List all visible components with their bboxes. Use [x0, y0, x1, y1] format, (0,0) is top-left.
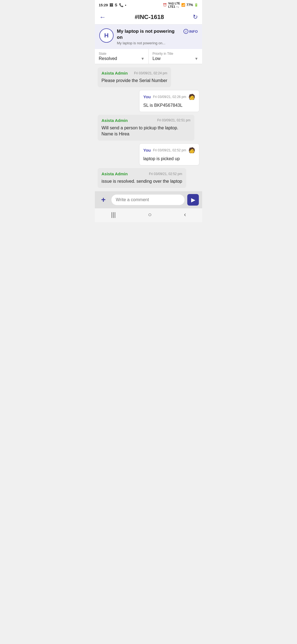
- battery-label: 77%: [186, 3, 193, 7]
- msg-time: Fri 03/09/21, 02:51 pm: [157, 118, 191, 122]
- msg-time: Fri 03/09/21, 02:52 pm: [153, 148, 186, 152]
- back-button[interactable]: ←: [99, 13, 106, 21]
- admin-sender-name: Asista Admin: [101, 71, 128, 75]
- admin-sender-name: Asista Admin: [101, 118, 128, 123]
- msg-time: Fri 03/09/21, 02:52 pm: [149, 172, 182, 176]
- battery-icon: 🔋: [194, 3, 198, 7]
- lte-icon: Vo)) LTELTE1 ↑↓: [168, 2, 180, 8]
- status-image-icon: 🖼: [109, 3, 113, 7]
- fields-row: State Resolved ▼ Priority in Title Low ▼: [95, 49, 202, 64]
- state-dropdown-icon: ▼: [141, 56, 145, 61]
- message-bubble: YouFri 03/09/21, 02:26 pm🧑SL is BKP45678…: [139, 90, 199, 112]
- send-button[interactable]: ▶: [187, 194, 199, 206]
- msg-body: issue is resolved. sending over the lapt…: [101, 178, 182, 184]
- status-bar: 15:29 🖼 S 📞 • ⏰ Vo)) LTELTE1 ↑↓ 📶 77% 🔋: [95, 0, 202, 10]
- status-dot: •: [125, 3, 127, 7]
- message-bubble: Asista AdminFri 03/09/21, 02:52 pmissue …: [98, 168, 186, 188]
- msg-header: Asista AdminFri 03/09/21, 02:52 pm: [101, 171, 182, 176]
- status-s-icon: S: [115, 3, 117, 7]
- priority-label: Priority in Title: [153, 52, 199, 56]
- message-bubble: Asista AdminFri 03/09/21, 02:51 pmWill s…: [98, 115, 194, 141]
- msg-body: SL is BKP4567843L: [143, 102, 195, 108]
- status-time: 15:29: [99, 3, 108, 7]
- state-value: Resolved: [99, 56, 117, 61]
- bottom-bar: + ▶: [95, 191, 202, 208]
- comment-input[interactable]: [111, 195, 185, 205]
- ticket-subtitle: My laptop is not powering on...: [117, 41, 180, 45]
- nav-home[interactable]: ○: [148, 211, 152, 218]
- user-avatar-emoji: 🧑: [188, 147, 195, 154]
- add-button[interactable]: +: [98, 195, 109, 205]
- ticket-title: My laptop is not powering on: [117, 28, 180, 40]
- admin-sender-name: Asista Admin: [101, 171, 128, 176]
- nav-back[interactable]: ‹: [184, 211, 186, 218]
- info-badge[interactable]: i INFO: [183, 29, 198, 34]
- send-icon: ▶: [191, 197, 195, 203]
- alarm-icon: ⏰: [163, 3, 167, 7]
- message-bubble: Asista AdminFri 03/09/21, 02:24 pmPlease…: [98, 67, 171, 87]
- msg-body: laptop is picked up: [143, 156, 195, 162]
- status-bar-left: 15:29 🖼 S 📞 •: [99, 3, 126, 7]
- state-label: State: [99, 52, 145, 56]
- msg-time: Fri 03/09/21, 02:24 pm: [134, 71, 167, 75]
- signal-icon: 📶: [181, 3, 185, 7]
- msg-body: Will send a person to pickup the laptop.…: [101, 125, 191, 137]
- avatar: H: [99, 28, 114, 43]
- priority-value: Low: [153, 56, 161, 61]
- refresh-button[interactable]: ↻: [193, 13, 198, 21]
- priority-field[interactable]: Priority in Title Low ▼: [149, 49, 202, 64]
- msg-header: YouFri 03/09/21, 02:52 pm🧑: [143, 147, 195, 154]
- info-icon: i: [183, 29, 188, 34]
- priority-value-row: Low ▼: [153, 56, 199, 61]
- msg-time: Fri 03/09/21, 02:26 pm: [153, 95, 186, 99]
- header: ← #INC-1618 ↻: [95, 10, 202, 24]
- ticket-info-card: H My laptop is not powering on My laptop…: [95, 24, 202, 49]
- message-bubble: YouFri 03/09/21, 02:52 pm🧑laptop is pick…: [139, 143, 199, 165]
- status-call-icon: 📞: [119, 3, 123, 7]
- ticket-text: My laptop is not powering on My laptop i…: [117, 28, 180, 45]
- status-bar-right: ⏰ Vo)) LTELTE1 ↑↓ 📶 77% 🔋: [163, 2, 198, 8]
- user-sender-name: You: [143, 94, 151, 99]
- nav-bar: ||| ○ ‹: [95, 208, 202, 222]
- msg-header: Asista AdminFri 03/09/21, 02:24 pm: [101, 71, 167, 75]
- user-avatar-emoji: 🧑: [188, 94, 195, 100]
- msg-header: Asista AdminFri 03/09/21, 02:51 pm: [101, 118, 191, 123]
- msg-body: Please provide the Serial Number: [101, 78, 167, 84]
- user-sender-name: You: [143, 148, 151, 152]
- nav-recent-apps[interactable]: |||: [111, 211, 116, 218]
- priority-dropdown-icon: ▼: [194, 56, 198, 61]
- incident-id: #INC-1618: [135, 13, 164, 21]
- msg-header: YouFri 03/09/21, 02:26 pm🧑: [143, 94, 195, 100]
- state-field[interactable]: State Resolved ▼: [95, 49, 149, 64]
- chat-area: Asista AdminFri 03/09/21, 02:24 pmPlease…: [95, 64, 202, 191]
- state-value-row: Resolved ▼: [99, 56, 145, 61]
